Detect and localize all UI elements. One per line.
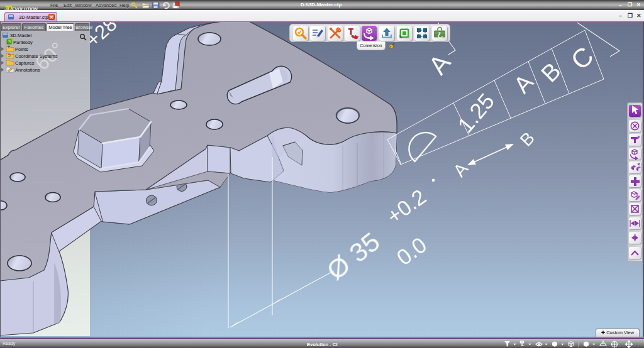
svg-text:0.0: 0.0 (392, 232, 431, 270)
svg-text:A: A (450, 159, 472, 180)
svg-text:Ø 35: Ø 35 (321, 226, 386, 286)
svg-text:A: A (509, 69, 538, 98)
svg-text:+0.2: +0.2 (382, 184, 431, 228)
svg-text:C: C (565, 41, 599, 75)
svg-text:B: B (536, 57, 566, 87)
svg-text:B: B (516, 128, 538, 150)
svg-text:1.25: 1.25 (453, 89, 499, 137)
